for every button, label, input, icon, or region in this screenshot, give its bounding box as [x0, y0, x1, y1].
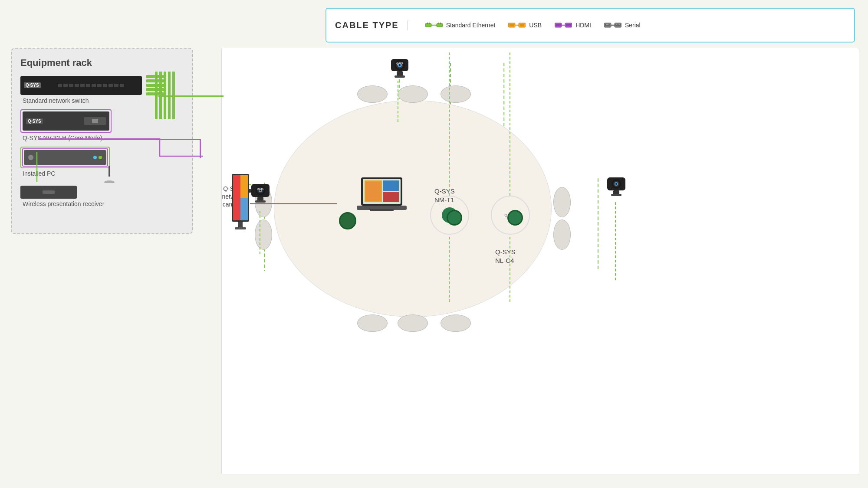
purple-cable-vertical-right: [200, 139, 201, 158]
cable-camera-top: [398, 81, 398, 122]
usb-label: USB: [529, 22, 542, 29]
svg-rect-78: [611, 194, 621, 196]
legend-title: CABLE TYPE: [335, 20, 408, 30]
installed-pc-unit: [24, 150, 106, 165]
svg-rect-21: [608, 24, 609, 25]
svg-rect-5: [438, 23, 439, 24]
nl-c4-label: Q-SYSNL-C4: [495, 248, 516, 265]
cable-ptz-right: [615, 202, 616, 280]
svg-rect-20: [607, 24, 608, 25]
hdmi-icon: [555, 22, 572, 29]
svg-point-29: [104, 180, 115, 183]
svg-rect-4: [437, 23, 443, 27]
wireless-label: Wireless presentation receiver: [23, 200, 184, 207]
ethernet-icon: [425, 22, 443, 29]
legend-item-serial: Serial: [604, 22, 641, 29]
mic-circle-1: [339, 212, 356, 229]
legend-item-ethernet: Standard Ethernet: [425, 22, 496, 29]
svg-rect-69: [240, 198, 248, 220]
display-screen: [230, 174, 251, 236]
svg-rect-6: [440, 23, 441, 24]
svg-rect-28: [108, 166, 110, 177]
green-cable-switch-1: [158, 95, 224, 97]
svg-rect-25: [616, 24, 617, 25]
cable-nm-t1-top: [449, 52, 450, 196]
svg-rect-1: [427, 23, 428, 24]
svg-rect-13: [556, 24, 561, 26]
cable-nl-c4-top: [510, 52, 510, 196]
wireless-receiver-unit: [20, 186, 77, 199]
chair-right-bottom: [553, 219, 571, 250]
chair-bottom: [398, 314, 428, 332]
svg-point-76: [615, 183, 617, 185]
svg-rect-67: [233, 175, 240, 220]
serial-icon: [604, 22, 621, 29]
switch-label: Standard network switch: [23, 97, 184, 104]
device-row-switch: Q·SYS: [20, 75, 184, 104]
cable-nm-t1-bottom: [449, 237, 450, 302]
diagram-area: Q·SYS Q·SYS Q-SYSnetworkcamera: [221, 48, 859, 475]
nm-t1-mic: [447, 210, 462, 226]
ethernet-label: Standard Ethernet: [446, 22, 496, 29]
svg-rect-68: [240, 175, 248, 198]
equipment-rack: Equipment rack Q·SYS: [11, 48, 193, 234]
svg-rect-11: [520, 24, 524, 26]
svg-rect-8: [510, 24, 514, 26]
svg-text:Q·SYS: Q·SYS: [257, 187, 264, 190]
nv32-unit: Q·SYS: [23, 111, 109, 131]
legend-item-hdmi: HDMI: [555, 22, 591, 29]
svg-rect-16: [566, 24, 571, 26]
ptz-camera-right: [599, 170, 634, 206]
chair-top-right: [441, 85, 471, 103]
nv32-label: Q-SYS NV-32-H (Core Mode): [23, 134, 184, 141]
svg-rect-27: [619, 24, 620, 25]
cable-network-camera-down: [260, 211, 260, 254]
pc-stand: [103, 166, 116, 185]
chair-top: [398, 85, 428, 103]
legend-box: CABLE TYPE Standard Ethernet: [326, 8, 855, 43]
ptz-camera-top: Q·SYS: [382, 52, 417, 85]
device-row-pc: Installed PC: [20, 147, 184, 177]
svg-rect-26: [618, 24, 618, 25]
chair-top-left: [357, 85, 388, 103]
svg-rect-70: [238, 222, 243, 228]
usb-icon: [508, 22, 526, 29]
svg-rect-0: [425, 23, 431, 27]
nm-t1-label: Q-SYSNM-T1: [434, 187, 455, 204]
svg-rect-2: [429, 23, 430, 24]
chair-bottom-left: [357, 314, 388, 332]
laptop-icon: [357, 175, 413, 220]
svg-rect-71: [235, 227, 246, 229]
legend-items: Standard Ethernet USB: [417, 22, 845, 29]
serial-label: Serial: [625, 22, 641, 29]
svg-rect-19: [606, 24, 607, 25]
chair-bottom-right: [441, 314, 471, 332]
purple-cable-horizontal: [39, 139, 200, 140]
chair-left-bottom: [255, 219, 272, 250]
device-row-nv32: Q·SYS Q-SYS NV-32-H (Core Mode): [20, 109, 184, 141]
legend-item-usb: USB: [508, 22, 542, 29]
nl-c4-mic: [507, 210, 523, 226]
hdmi-cable-horizontal: [250, 203, 337, 204]
hdmi-label: HDMI: [575, 22, 591, 29]
svg-rect-47: [370, 209, 394, 211]
rack-title: Equipment rack: [20, 57, 184, 69]
svg-rect-62: [255, 200, 266, 203]
svg-rect-54: [395, 75, 405, 78]
svg-text:Q·SYS: Q·SYS: [396, 62, 403, 65]
svg-rect-45: [365, 182, 381, 201]
switch-ports-right: [146, 75, 166, 95]
chair-right-top: [553, 187, 571, 217]
cable-nl-c4-bottom: [510, 237, 510, 302]
network-switch-unit: Q·SYS: [20, 76, 142, 95]
device-row-wireless: Wireless presentation receiver: [20, 186, 184, 207]
svg-rect-44: [383, 192, 399, 202]
svg-rect-43: [383, 180, 399, 191]
